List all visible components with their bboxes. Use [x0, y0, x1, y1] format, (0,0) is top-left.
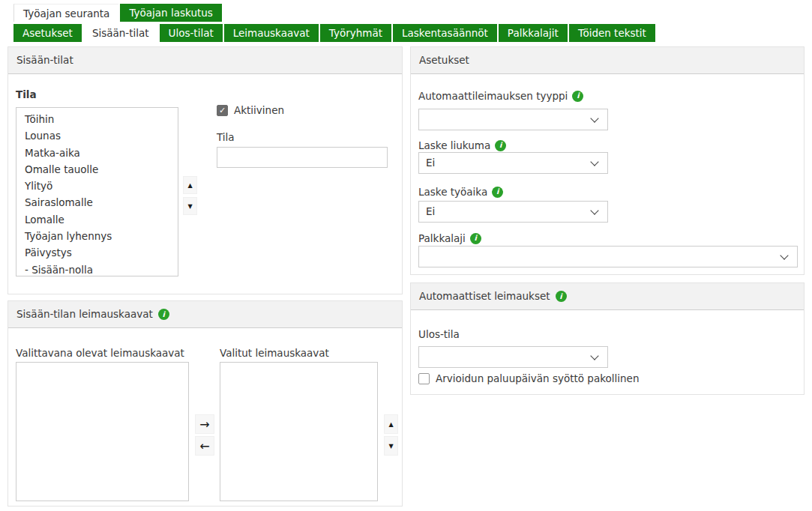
laske-liukuma-select[interactable]: Ei — [418, 152, 608, 174]
tila-input[interactable] — [217, 147, 388, 168]
label-text: Laske liukuma — [418, 139, 490, 151]
list-item[interactable]: Matka-aika — [16, 145, 178, 161]
palkkalaji-label: Palkkalaji i — [418, 232, 481, 244]
ulos-tila-select[interactable] — [418, 346, 608, 368]
aktiivinen-row: ✓ Aktiivinen — [217, 104, 284, 116]
list-item[interactable]: - Sisään-nolla — [16, 261, 178, 276]
chevron-down-icon — [590, 157, 598, 166]
move-up-button[interactable]: ▲ — [183, 176, 197, 194]
palkkalaji-select[interactable] — [418, 246, 798, 267]
laske-tyoaika-select[interactable]: Ei — [418, 201, 608, 223]
selected-listbox[interactable] — [220, 362, 378, 501]
panel-leimauskaavat-header: Sisään-tilan leimauskaavat i — [8, 301, 402, 328]
chevron-down-icon — [780, 251, 788, 259]
selected-up-button[interactable]: ▲ — [384, 414, 398, 434]
remove-button[interactable]: ← — [195, 436, 214, 456]
info-icon[interactable]: i — [158, 309, 169, 320]
available-list-label: Valittavana olevat leimauskaavat — [16, 347, 184, 359]
info-icon[interactable]: i — [495, 140, 506, 151]
sub-tab-bar: Asetukset Sisään-tilat Ulos-tilat Leimau… — [13, 24, 655, 42]
ulos-tila-label: Ulos-tila — [418, 328, 460, 340]
info-icon[interactable]: i — [470, 233, 481, 244]
tab-asetukset[interactable]: Asetukset — [13, 24, 82, 42]
tab-toiden-tekstit[interactable]: Töiden tekstit — [569, 24, 655, 42]
panel-sisaan-tilat: Sisään-tilat Tila Töihin Lounas Matka-ai… — [7, 46, 403, 294]
label-text: Automaattileimauksen tyyppi — [418, 90, 568, 102]
triangle-down-icon: ▼ — [388, 443, 393, 450]
chevron-down-icon — [590, 114, 598, 122]
aktiivinen-checkbox[interactable]: ✓ — [217, 105, 228, 116]
info-icon[interactable]: i — [556, 291, 567, 302]
panel-sisaan-tilat-header: Sisään-tilat — [8, 47, 402, 74]
chevron-down-icon — [590, 206, 598, 214]
tab-sisaan-tilat[interactable]: Sisään-tilat — [83, 24, 158, 42]
panel-title: Sisään-tilat — [16, 47, 73, 73]
panel-title: Asetukset — [419, 47, 469, 73]
add-button[interactable]: → — [195, 414, 214, 434]
tab-palkkalajit[interactable]: Palkkalajit — [499, 24, 568, 42]
tila-field-label: Tila — [217, 131, 235, 143]
paluupaiva-label: Arvioidun paluupäivän syöttö pakollinen — [436, 372, 639, 384]
panel-leimauskaavat: Sisään-tilan leimauskaavat i Valittavana… — [7, 300, 403, 507]
triangle-up-icon: ▲ — [388, 421, 393, 428]
select-value: Ei — [426, 205, 435, 217]
list-item[interactable]: Lounas — [16, 127, 178, 144]
selected-list-label: Valitut leimauskaavat — [220, 347, 329, 359]
chevron-down-icon — [590, 351, 598, 360]
panel-title: Automaattiset leimaukset — [419, 283, 550, 309]
panel-asetukset: Asetukset Automaattileimauksen tyyppi i … — [410, 46, 805, 275]
label-text: Palkkalaji — [418, 232, 466, 244]
list-item[interactable]: Töihin — [16, 111, 178, 127]
automaattileimaus-label: Automaattileimauksen tyyppi i — [418, 90, 583, 102]
laske-liukuma-label: Laske liukuma i — [418, 139, 506, 151]
panel-automaattiset-leimaukset: Automaattiset leimaukset i Ulos-tila Arv… — [410, 282, 805, 395]
paluupaiva-row: Arvioidun paluupäivän syöttö pakollinen — [418, 372, 639, 384]
info-icon[interactable]: i — [492, 187, 503, 198]
tila-listbox[interactable]: Töihin Lounas Matka-aika Omalle tauolle … — [16, 107, 178, 276]
tab-leimauskaavat[interactable]: Leimauskaavat — [224, 24, 319, 42]
available-listbox[interactable] — [16, 362, 189, 501]
arrow-left-icon: ← — [199, 439, 209, 453]
list-item[interactable]: Päivystys — [16, 244, 178, 261]
list-item[interactable]: Sairaslomalle — [16, 194, 178, 211]
move-down-button[interactable]: ▼ — [183, 197, 197, 215]
label-text: Laske työaika — [418, 186, 487, 198]
list-item[interactable]: Lomalle — [16, 211, 178, 228]
tab-ulos-tilat[interactable]: Ulos-tilat — [160, 24, 223, 42]
list-item[interactable]: Työajan lyhennys — [16, 228, 178, 244]
tila-list-label: Tila — [16, 88, 37, 100]
automaattileimaus-select[interactable] — [418, 109, 608, 130]
panel-automaattiset-header: Automaattiset leimaukset i — [411, 283, 804, 310]
top-tab-bar: Työajan seuranta Työajan laskutus — [13, 4, 222, 22]
tab-tyoajan-laskutus[interactable]: Työajan laskutus — [120, 4, 221, 22]
info-icon[interactable]: i — [572, 91, 583, 102]
selected-down-button[interactable]: ▼ — [384, 436, 398, 456]
paluupaiva-checkbox[interactable] — [418, 373, 430, 384]
aktiivinen-label: Aktiivinen — [234, 104, 284, 116]
tab-laskentasaannot[interactable]: Laskentasäännöt — [393, 24, 497, 42]
app-page: Työajan seuranta Työajan laskutus Asetuk… — [0, 0, 812, 511]
panel-asetukset-header: Asetukset — [411, 47, 804, 74]
triangle-down-icon: ▼ — [187, 203, 192, 210]
list-item[interactable]: Ylityö — [16, 178, 178, 194]
tab-tyoajan-seuranta[interactable]: Työajan seuranta — [13, 4, 118, 22]
laske-tyoaika-label: Laske työaika i — [418, 186, 503, 198]
panel-title: Sisään-tilan leimauskaavat — [16, 301, 153, 327]
list-item[interactable]: Omalle tauolle — [16, 161, 178, 178]
tab-tyoryhmat[interactable]: Työryhmät — [320, 24, 391, 42]
triangle-up-icon: ▲ — [187, 182, 192, 189]
arrow-right-icon: → — [199, 417, 209, 432]
select-value: Ei — [426, 157, 435, 169]
